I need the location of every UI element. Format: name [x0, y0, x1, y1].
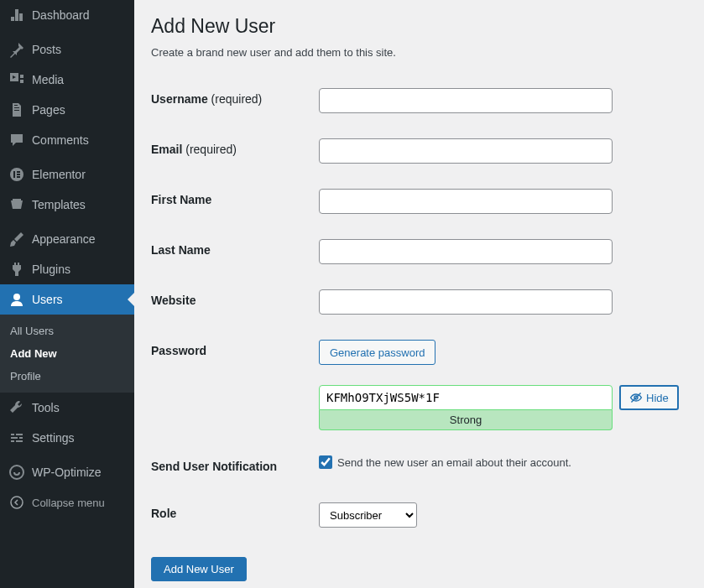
- role-select[interactable]: Subscriber: [319, 502, 417, 528]
- sidebar-item-dashboard[interactable]: Dashboard: [0, 0, 134, 30]
- main-content: Add New User Create a brand new user and…: [134, 0, 704, 588]
- sidebar-item-label: WP-Optimize: [32, 466, 101, 479]
- users-submenu: All Users Add New Profile: [0, 315, 134, 393]
- sidebar-item-label: Appearance: [32, 232, 96, 246]
- submenu-add-new[interactable]: Add New: [0, 342, 134, 365]
- generate-password-button[interactable]: Generate password: [319, 340, 435, 365]
- sidebar-item-elementor[interactable]: Elementor: [0, 159, 134, 190]
- svg-rect-4: [17, 176, 20, 178]
- sidebar-item-media[interactable]: Media: [0, 65, 134, 95]
- first-name-label: First Name: [151, 176, 319, 226]
- admin-sidebar: Dashboard Posts Media Pages Comments Ele…: [0, 0, 134, 588]
- collapse-label: Collapse menu: [32, 497, 105, 509]
- sidebar-item-appearance[interactable]: Appearance: [0, 224, 134, 254]
- hide-password-button[interactable]: Hide: [619, 385, 679, 410]
- pages-icon: [8, 101, 25, 118]
- sidebar-item-label: Comments: [32, 133, 89, 147]
- svg-rect-2: [17, 171, 20, 173]
- sidebar-item-wp-optimize[interactable]: WP-Optimize: [0, 457, 134, 487]
- role-label: Role: [151, 490, 319, 540]
- sidebar-item-label: Dashboard: [32, 8, 90, 22]
- sidebar-item-label: Plugins: [32, 263, 70, 276]
- sidebar-item-label: Settings: [32, 431, 75, 445]
- sidebar-item-label: Posts: [32, 43, 61, 56]
- media-icon: [8, 71, 25, 88]
- plugin-icon: [8, 261, 25, 278]
- sliders-icon: [8, 429, 25, 446]
- collapse-menu[interactable]: Collapse menu: [0, 487, 134, 518]
- add-new-user-button[interactable]: Add New User: [151, 557, 247, 581]
- pin-icon: [8, 41, 25, 58]
- sidebar-item-posts[interactable]: Posts: [0, 34, 134, 65]
- notification-text: Send the new user an email about their a…: [337, 456, 571, 469]
- password-label: Password: [151, 327, 319, 443]
- comments-icon: [8, 132, 25, 148]
- user-form-table: Username (required) Email (required) Fir…: [151, 75, 687, 540]
- optimize-icon: [8, 464, 25, 481]
- password-input[interactable]: [319, 385, 613, 410]
- page-title: Add New User: [151, 15, 687, 38]
- sidebar-item-label: Users: [32, 293, 63, 306]
- sidebar-item-comments[interactable]: Comments: [0, 125, 134, 155]
- password-strength-indicator: Strong: [319, 410, 613, 430]
- username-label: Username (required): [151, 75, 319, 126]
- brush-icon: [8, 231, 25, 247]
- svg-point-6: [10, 466, 23, 479]
- sidebar-item-settings[interactable]: Settings: [0, 423, 134, 453]
- svg-point-7: [11, 497, 23, 508]
- first-name-input[interactable]: [319, 189, 613, 214]
- svg-point-5: [13, 294, 20, 300]
- page-description: Create a brand new user and add them to …: [151, 46, 687, 59]
- email-label: Email (required): [151, 126, 319, 176]
- notification-checkbox-label[interactable]: Send the new user an email about their a…: [319, 455, 679, 469]
- sidebar-item-label: Pages: [32, 103, 65, 117]
- sidebar-item-label: Elementor: [32, 168, 86, 181]
- elementor-icon: [8, 166, 25, 183]
- sidebar-item-label: Tools: [32, 401, 60, 414]
- notification-checkbox[interactable]: [319, 455, 332, 469]
- submenu-all-users[interactable]: All Users: [0, 320, 134, 342]
- email-input[interactable]: [319, 138, 613, 164]
- sidebar-item-pages[interactable]: Pages: [0, 95, 134, 125]
- sidebar-item-tools[interactable]: Tools: [0, 393, 134, 423]
- templates-icon: [8, 196, 25, 213]
- svg-rect-1: [13, 171, 15, 178]
- website-label: Website: [151, 277, 319, 327]
- notification-label: Send User Notification: [151, 443, 319, 490]
- username-input[interactable]: [319, 88, 613, 113]
- user-icon: [8, 291, 25, 308]
- sidebar-item-users[interactable]: Users: [0, 284, 134, 315]
- website-input[interactable]: [319, 289, 613, 315]
- wrench-icon: [8, 399, 25, 416]
- dashboard-icon: [8, 7, 25, 23]
- sidebar-item-label: Templates: [32, 198, 86, 211]
- collapse-icon: [8, 494, 25, 511]
- sidebar-item-plugins[interactable]: Plugins: [0, 254, 134, 284]
- hide-button-label: Hide: [646, 392, 669, 404]
- sidebar-item-templates[interactable]: Templates: [0, 190, 134, 220]
- eye-slash-icon: [629, 391, 643, 404]
- sidebar-item-label: Media: [32, 73, 64, 86]
- last-name-input[interactable]: [319, 239, 613, 264]
- svg-rect-3: [17, 174, 20, 175]
- submenu-profile[interactable]: Profile: [0, 365, 134, 388]
- last-name-label: Last Name: [151, 226, 319, 277]
